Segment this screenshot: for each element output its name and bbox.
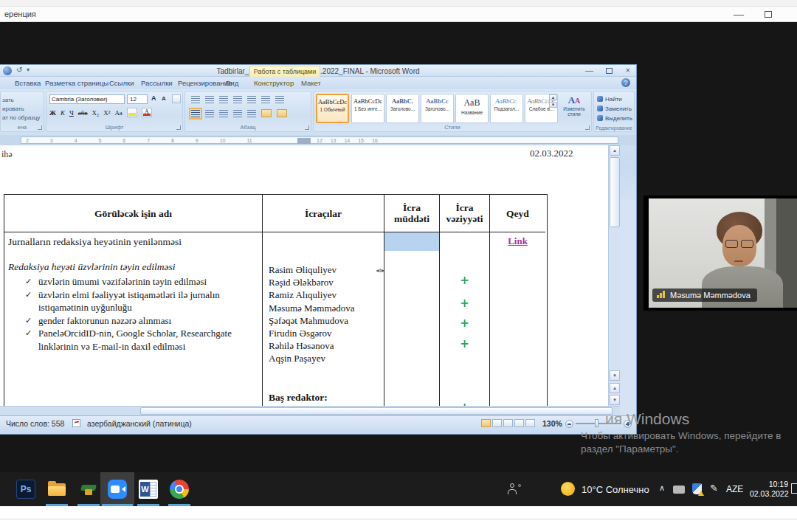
- change-styles-button[interactable]: АA Изменить стили: [559, 94, 590, 117]
- scroll-down-icon[interactable]: ▼: [610, 370, 620, 381]
- ruler[interactable]: 2 3 4 5 6 7 8 9 10 11 12 13 14 15 16: [0, 135, 636, 145]
- font-color-icon[interactable]: А: [142, 108, 152, 117]
- security-shield-icon[interactable]: [692, 483, 702, 494]
- tray-camera-icon[interactable]: [673, 486, 685, 494]
- style-heading2[interactable]: AaBbCc Заголово...: [421, 94, 454, 123]
- show-marks-icon[interactable]: [275, 96, 284, 103]
- tab-vid[interactable]: Вид: [221, 78, 243, 89]
- styles-dialog-launcher-icon[interactable]: [585, 125, 590, 130]
- word-restore-icon[interactable]: [606, 68, 613, 74]
- vertical-scroll-thumb[interactable]: [610, 157, 620, 227]
- pen-icon[interactable]: ✎: [710, 483, 718, 494]
- numbering-icon[interactable]: [205, 96, 214, 103]
- zoom-app-icon[interactable]: [108, 480, 127, 499]
- web-layout-view-icon[interactable]: [503, 419, 513, 427]
- file-explorer-icon[interactable]: [47, 480, 66, 499]
- shrink-font-button[interactable]: А: [162, 95, 166, 102]
- print-layout-view-icon[interactable]: [481, 419, 491, 427]
- align-center-icon[interactable]: [205, 110, 214, 117]
- strikethrough-button[interactable]: абв: [78, 109, 88, 117]
- scroll-up-icon[interactable]: ▲: [610, 145, 620, 156]
- clipboard-dialog-launcher-icon[interactable]: [38, 125, 42, 130]
- spellcheck-icon[interactable]: [72, 419, 80, 427]
- superscript-button[interactable]: Х²: [103, 109, 110, 117]
- word-close-icon[interactable]: ×: [626, 66, 630, 75]
- text-highlight-icon[interactable]: [127, 108, 137, 117]
- photoshop-icon[interactable]: Ps: [16, 480, 35, 499]
- tab-ssylki[interactable]: Ссылки: [105, 78, 138, 89]
- tab-rassylki[interactable]: Рассылки: [137, 78, 177, 89]
- language-indicator[interactable]: азербайджанский (латиница): [87, 419, 192, 428]
- change-case-button[interactable]: Аа: [114, 109, 122, 117]
- tab-maket[interactable]: Макет: [297, 78, 325, 89]
- decrease-indent-icon[interactable]: [233, 96, 242, 103]
- underline-button[interactable]: Ч: [69, 109, 74, 117]
- horizontal-scroll-thumb[interactable]: [140, 407, 613, 415]
- replace-button[interactable]: Заменить: [597, 106, 632, 112]
- clock[interactable]: 10:19 02.03.2022: [750, 480, 788, 499]
- subscript-button[interactable]: Х₂: [92, 109, 100, 117]
- zoom-out-icon[interactable]: [565, 420, 573, 428]
- find-button[interactable]: Найти: [597, 96, 622, 103]
- outline-view-icon[interactable]: [514, 419, 524, 427]
- note-link[interactable]: Link: [490, 235, 545, 247]
- word-minimize-icon[interactable]: —: [585, 66, 593, 75]
- horizontal-scrollbar[interactable]: [0, 406, 620, 415]
- bold-button[interactable]: Ж: [49, 109, 56, 117]
- tab-razmetka[interactable]: Разметка страницы: [41, 78, 113, 89]
- word-app-icon[interactable]: W: [139, 480, 158, 499]
- font-name-select[interactable]: Cambria (Заголовки): [49, 94, 125, 104]
- people-icon[interactable]: [508, 483, 521, 495]
- zoom-level[interactable]: 130%: [542, 419, 562, 428]
- sort-icon[interactable]: [261, 96, 270, 103]
- help-icon[interactable]: ?: [621, 78, 630, 87]
- clear-formatting-icon[interactable]: [172, 94, 181, 103]
- chrome-icon[interactable]: [170, 480, 189, 499]
- line-spacing-icon[interactable]: [247, 110, 256, 117]
- cut-button[interactable]: зать: [2, 97, 14, 103]
- select-button[interactable]: Выделить: [597, 115, 632, 122]
- style-normal[interactable]: AaBbCcDc 1 Обычный: [316, 94, 349, 123]
- language-switcher[interactable]: AZE: [726, 484, 743, 494]
- fullscreen-view-icon[interactable]: [492, 419, 502, 427]
- align-left-icon[interactable]: [191, 110, 200, 117]
- tray-chevron-icon[interactable]: ∧: [659, 483, 665, 493]
- word-count[interactable]: Число слов: 558: [6, 419, 64, 428]
- style-title[interactable]: АаВ Название: [455, 94, 489, 123]
- increase-indent-icon[interactable]: [247, 96, 256, 103]
- bullets-icon[interactable]: [191, 96, 200, 103]
- word-titlebar[interactable]: ↺ ▾ Tadbirlar_Plani_Jurnallar_22.02.2022…: [0, 65, 636, 77]
- style-heading1[interactable]: AaBbC. Заголово...: [386, 94, 419, 123]
- align-right-icon[interactable]: [219, 110, 228, 117]
- weather-text[interactable]: 10°C Солнечно: [582, 484, 649, 495]
- multilevel-list-icon[interactable]: [219, 96, 228, 103]
- font-dialog-launcher-icon[interactable]: [176, 125, 181, 130]
- weather-sun-icon[interactable]: [561, 482, 575, 496]
- zoom-slider-thumb[interactable]: [595, 419, 598, 427]
- ruler-table-marker[interactable]: [297, 138, 311, 144]
- draft-view-icon[interactable]: [525, 419, 535, 427]
- education-app-icon[interactable]: [79, 480, 98, 499]
- maximize-icon[interactable]: [765, 11, 772, 18]
- document-area[interactable]: ihə 02.03.2022 Görüləcək işin adı İcraçı…: [0, 145, 620, 406]
- next-page-icon[interactable]: ▼: [610, 395, 620, 405]
- format-painter-button[interactable]: ат по образцу: [2, 114, 40, 121]
- document-table[interactable]: Görüləcək işin adı İcraçılar İcra müddət…: [4, 194, 548, 406]
- styles-scroll-up-icon[interactable]: ▲: [549, 94, 557, 100]
- action-center-icon[interactable]: [791, 483, 797, 494]
- font-size-select[interactable]: 12: [127, 94, 148, 104]
- copy-button[interactable]: ировать: [2, 106, 24, 112]
- grow-font-button[interactable]: А: [151, 94, 156, 102]
- webcam-video[interactable]: Məsumə Məmmədova: [649, 198, 797, 308]
- vertical-scrollbar[interactable]: ▲ ▼ ▲ ▼: [608, 145, 620, 406]
- italic-button[interactable]: К: [61, 109, 65, 117]
- styles-scroll-down-icon[interactable]: ▼: [549, 102, 557, 108]
- shading-icon[interactable]: [261, 109, 272, 117]
- style-subtitle[interactable]: AaBbCc. Подзагол...: [490, 94, 523, 123]
- paragraph-dialog-launcher-icon[interactable]: [305, 125, 309, 130]
- tab-konstruktor[interactable]: Конструктор: [249, 78, 298, 89]
- minimize-icon[interactable]: —: [734, 8, 744, 20]
- previous-page-icon[interactable]: ▲: [610, 383, 620, 393]
- justify-icon[interactable]: [233, 110, 242, 117]
- borders-icon[interactable]: [277, 109, 287, 117]
